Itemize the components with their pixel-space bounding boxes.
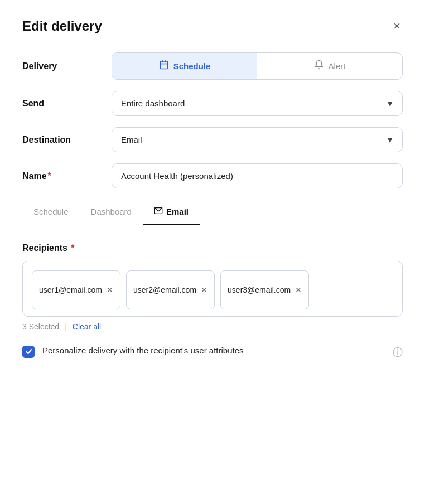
personalize-label: Personalize delivery with the recipient'… bbox=[42, 345, 385, 357]
tab-dashboard-label: Dashboard bbox=[91, 207, 132, 216]
delivery-toggle: Schedule Alert bbox=[112, 52, 403, 80]
recipients-section: Recipients * user1@email.com ✕ user2@ema… bbox=[22, 243, 403, 331]
recipient-tag-3: user3@email.com ✕ bbox=[220, 270, 309, 309]
send-select[interactable]: Entire dashboard Single tile bbox=[112, 91, 403, 116]
recipients-box[interactable]: user1@email.com ✕ user2@email.com ✕ user… bbox=[22, 261, 403, 317]
name-input[interactable] bbox=[112, 163, 403, 188]
schedule-toggle-button[interactable]: Schedule bbox=[112, 53, 257, 79]
svg-rect-0 bbox=[160, 61, 168, 69]
send-select-wrap: Entire dashboard Single tile ▼ bbox=[112, 91, 403, 116]
destination-row: Destination Email Slack Webhook ▼ bbox=[22, 127, 403, 152]
recipients-required-marker: * bbox=[69, 243, 75, 253]
tab-dashboard[interactable]: Dashboard bbox=[80, 200, 143, 225]
delivery-label: Delivery bbox=[22, 61, 112, 71]
recipient-email-2: user2@email.com bbox=[133, 285, 196, 294]
name-required-marker: * bbox=[48, 171, 51, 181]
alert-toggle-label: Alert bbox=[329, 61, 346, 71]
sub-tabs: Schedule Dashboard Email bbox=[22, 200, 403, 225]
info-divider: | bbox=[65, 322, 67, 331]
destination-label: Destination bbox=[22, 135, 112, 145]
personalize-checkbox-wrap[interactable] bbox=[22, 346, 35, 358]
schedule-toggle-label: Schedule bbox=[173, 61, 211, 71]
name-row: Name* bbox=[22, 163, 403, 188]
tab-email-icon bbox=[154, 206, 163, 217]
destination-select[interactable]: Email Slack Webhook bbox=[112, 127, 403, 152]
recipient-email-3: user3@email.com bbox=[228, 285, 291, 294]
alert-toggle-button[interactable]: Alert bbox=[257, 53, 402, 79]
modal-header: Edit delivery × bbox=[22, 18, 403, 35]
clear-all-button[interactable]: Clear all bbox=[73, 322, 101, 331]
tab-email[interactable]: Email bbox=[143, 200, 200, 225]
delivery-toggle-wrap: Schedule Alert bbox=[112, 52, 403, 80]
tab-email-label: Email bbox=[166, 207, 189, 216]
personalize-row: Personalize delivery with the recipient'… bbox=[22, 345, 403, 359]
remove-recipient-3-button[interactable]: ✕ bbox=[295, 286, 302, 294]
close-icon: × bbox=[393, 19, 400, 33]
tab-schedule-label: Schedule bbox=[33, 207, 69, 216]
info-icon: ⓘ bbox=[393, 346, 403, 359]
delivery-row: Delivery Schedule bbox=[22, 52, 403, 80]
recipient-email-1: user1@email.com bbox=[39, 285, 102, 294]
schedule-icon bbox=[159, 60, 169, 72]
name-input-wrap bbox=[112, 163, 403, 188]
name-label: Name* bbox=[22, 171, 112, 181]
remove-recipient-1-button[interactable]: ✕ bbox=[107, 286, 113, 294]
recipients-label: Recipients * bbox=[22, 243, 403, 253]
send-row: Send Entire dashboard Single tile ▼ bbox=[22, 91, 403, 116]
selected-info: 3 Selected | Clear all bbox=[22, 322, 403, 331]
remove-recipient-2-button[interactable]: ✕ bbox=[201, 286, 207, 294]
tab-schedule[interactable]: Schedule bbox=[22, 200, 80, 225]
alert-icon bbox=[314, 60, 324, 72]
modal-title: Edit delivery bbox=[22, 18, 102, 34]
close-button[interactable]: × bbox=[391, 18, 403, 35]
send-label: Send bbox=[22, 99, 112, 109]
destination-select-wrap: Email Slack Webhook ▼ bbox=[112, 127, 403, 152]
modal: Edit delivery × Delivery Schedu bbox=[0, 0, 425, 504]
recipient-tag-1: user1@email.com ✕ bbox=[32, 270, 120, 309]
selected-count: 3 Selected bbox=[22, 322, 59, 331]
recipient-tag-2: user2@email.com ✕ bbox=[126, 270, 215, 309]
